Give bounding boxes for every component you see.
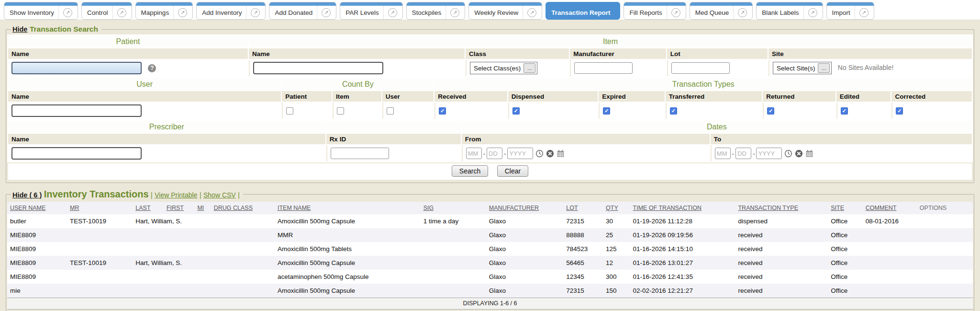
column-header-site[interactable]: SITE [828,202,863,214]
column-header-sig[interactable]: SIG [421,202,486,214]
cell-manufacturer: Glaxo [486,270,563,284]
user-name-input[interactable] [11,104,142,117]
cell-options [917,242,973,256]
user-name-label: Name [8,91,281,102]
popup-window-icon[interactable]: ↗ [178,8,187,17]
to-date-group: - - [715,148,814,159]
show-csv-link[interactable]: Show CSV [203,191,236,199]
popup-window-icon[interactable]: ↗ [388,8,397,17]
table-row[interactable]: MIE8809TEST-10019Hart, William, S.Amoxic… [7,256,973,270]
site-picker[interactable]: Select Site(s) ... [773,62,832,74]
class-picker[interactable]: Select Class(es) ... [470,62,537,74]
transaction-type-checkbox-returned[interactable]: ✓ [767,107,774,115]
to-day-input[interactable] [735,148,751,159]
clear-button[interactable]: Clear [497,165,528,177]
view-printable-link[interactable]: View Printable [155,191,197,199]
table-row[interactable]: MIE8809Amoxicillin 500mg TabletsGlaxo784… [7,242,973,256]
count-by-checkbox-patient[interactable] [286,107,293,115]
tab-add-donated[interactable]: Add Donated↗ [269,2,336,20]
count-by-checkbox-user[interactable] [387,107,394,115]
popup-window-icon[interactable]: ↗ [808,8,817,17]
popup-window-icon[interactable]: ↗ [450,8,459,17]
column-header-time-of-transaction[interactable]: TIME OF TRANSACTION [630,202,735,214]
tab-fill-reports[interactable]: Fill Reports↗ [624,2,686,20]
column-header-last[interactable]: LAST [133,202,164,214]
transaction-type-checkbox-corrected[interactable]: ✓ [896,107,903,115]
transaction-type-checkbox-expired[interactable]: ✓ [603,107,610,115]
column-header-drug-class[interactable]: DRUG CLASS [211,202,275,214]
tab-label: Med Queue [695,9,734,16]
to-clear-icon[interactable] [795,150,803,158]
tab-transaction-report[interactable]: Transaction Report [546,2,620,20]
tab-mappings[interactable]: Mappings↗ [135,2,193,20]
transaction-type-checkbox-dispensed[interactable]: ✓ [512,107,520,115]
popup-window-icon[interactable]: ↗ [671,8,680,17]
class-browse-button[interactable]: ... [523,63,535,73]
column-header-user-name[interactable]: USER NAME [7,202,67,214]
search-button[interactable]: Search [452,165,488,177]
column-header-mr[interactable]: MR [67,202,133,214]
tab-stockpiles[interactable]: Stockpiles↗ [406,2,466,20]
to-month-input[interactable] [715,148,731,159]
rx-id-input[interactable] [331,148,389,159]
tab-label: Fill Reports [629,9,666,16]
column-header-manufacturer[interactable]: MANUFACTURER [486,202,563,214]
lot-input[interactable] [671,62,730,74]
tab-blank-labels[interactable]: Blank Labels↗ [756,2,823,20]
from-calendar-icon[interactable] [557,150,565,158]
column-header-transaction-type[interactable]: TRANSACTION TYPE [735,202,828,214]
table-row[interactable]: MIE8809MMRGlaxo888882501-19-2026 09:19:5… [7,228,973,242]
cell-manufacturer: Glaxo [486,214,563,228]
to-calendar-icon[interactable] [805,150,813,158]
to-year-input[interactable] [756,148,782,159]
tab-med-queue[interactable]: Med Queue↗ [690,2,753,20]
popup-window-icon[interactable]: ↗ [322,8,331,17]
tab-show-inventory[interactable]: Show Inventory↗ [4,2,78,20]
hide-search-link[interactable]: Hide [12,25,27,33]
column-header-qty[interactable]: QTY [603,202,630,214]
cell-site: Office [828,242,863,256]
tab-import[interactable]: Import↗ [826,2,874,20]
count-by-checkbox-item[interactable] [337,107,344,115]
table-row[interactable]: butlerTEST-10019Hart, William, S.Amoxici… [7,214,973,228]
popup-window-icon[interactable]: ↗ [738,8,747,17]
from-time-icon[interactable] [535,150,544,158]
prescriber-name-input[interactable] [11,147,142,160]
to-time-icon[interactable] [784,150,792,158]
from-month-input[interactable] [466,148,482,159]
column-header-item-name[interactable]: ITEM NAME [275,202,421,214]
patient-name-input[interactable] [11,62,142,74]
from-clear-icon[interactable] [546,150,554,158]
tab-control[interactable]: Control↗ [81,2,132,20]
tab-weekly-review[interactable]: Weekly Review↗ [468,2,542,20]
transaction-type-checkbox-transferred[interactable]: ✓ [670,107,677,115]
cell-time-of-transaction: 01-19-2026 11:12:28 [630,214,735,228]
column-header-mi[interactable]: MI [194,202,211,214]
help-icon[interactable]: ? [148,64,156,72]
column-header-lot[interactable]: LOT [563,202,603,214]
hide-results-link[interactable]: Hide ( 6 ) [12,191,42,199]
tab-par-levels[interactable]: PAR Levels↗ [340,2,403,20]
manufacturer-input[interactable] [574,62,633,74]
table-row[interactable]: mieAmoxicillin 500mg CapsuleGlaxo7231515… [7,284,973,298]
from-day-input[interactable] [487,148,502,159]
tab-accent-bar [690,2,753,6]
from-year-input[interactable] [507,148,533,159]
transaction-type-label-received: Received [434,91,507,102]
popup-window-icon[interactable]: ↗ [527,8,536,17]
column-header-comment[interactable]: COMMENT [863,202,917,214]
popup-window-icon[interactable]: ↗ [63,8,72,17]
item-name-input[interactable] [253,62,383,74]
count-by-label-user: User [382,91,434,102]
site-browse-button[interactable]: ... [818,63,830,73]
table-row[interactable]: MIE8809acetaminophen 500mg CapsuleGlaxo1… [7,270,973,284]
tab-accent-bar [269,2,336,6]
transaction-type-checkbox-edited[interactable]: ✓ [841,107,848,115]
transaction-type-checkbox-received[interactable]: ✓ [439,107,446,115]
popup-window-icon[interactable]: ↗ [117,8,126,17]
tab-add-inventory[interactable]: Add Inventory↗ [196,2,266,20]
popup-window-icon[interactable]: ↗ [251,8,260,17]
popup-window-icon[interactable]: ↗ [859,8,869,17]
cell-qty: 12 [603,256,630,270]
column-header-first[interactable]: FIRST [164,202,195,214]
